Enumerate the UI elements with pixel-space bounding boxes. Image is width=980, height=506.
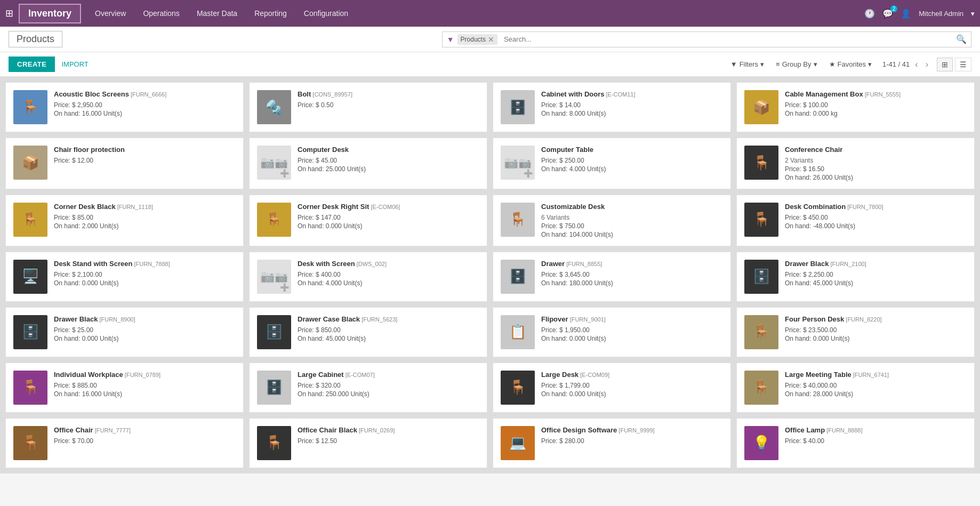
chat-icon[interactable]: 💬 2 [882, 9, 893, 19]
clock-icon[interactable]: 🕐 [864, 9, 875, 19]
product-name: Desk Stand with Screen [FURN_7888] [54, 260, 236, 269]
product-stock: On hand: 28.000 Unit(s) [785, 390, 967, 398]
product-info: Drawer Case Black [FURN_5623] Price: $ 8… [298, 315, 479, 342]
product-info: Bolt [CONS_89957] Price: $ 0.50 [298, 90, 479, 110]
product-card[interactable]: 🗄️ Drawer [FURN_8855] Price: $ 3,645.00 … [493, 252, 731, 302]
user-avatar[interactable]: 👤 [901, 9, 911, 19]
search-button[interactable]: 🔍 [956, 34, 967, 44]
product-card[interactable]: 🪑 Individual Workplace [FURN_0789] Price… [5, 363, 244, 413]
product-image: 🪑 [501, 203, 535, 237]
product-code: [FURN_2100] [829, 261, 866, 267]
product-card[interactable]: 🪑 Conference Chair 2 Variants Price: $ 1… [736, 138, 975, 189]
product-card[interactable]: 📷 ➕ Computer Table Price: $ 250.00 On ha… [493, 138, 731, 189]
apps-icon[interactable]: ⊞ [5, 7, 13, 19]
product-price: Price: $ 250.00 [541, 157, 723, 164]
product-card[interactable]: 🪑 Office Chair Black [FURN_0269] Price: … [249, 418, 487, 468]
product-image: 💡 [744, 426, 778, 460]
product-name: Desk with Screen [DWS_002] [298, 260, 479, 269]
product-price: Price: $ 2,100.00 [54, 271, 236, 278]
product-stock: On hand: 0.000 Unit(s) [541, 390, 723, 398]
product-card[interactable]: 🪑 Four Person Desk [FURN_8220] Price: $ … [736, 307, 975, 357]
product-stock: On hand: -48.000 Unit(s) [785, 222, 967, 230]
product-variants: 6 Variants [541, 214, 723, 221]
nav-master-data[interactable]: Master Data [194, 7, 240, 20]
filter-funnel-icon: ▼ [447, 35, 454, 44]
product-name: Office Lamp [FURN_8888] [785, 426, 967, 435]
product-stock: On hand: 16.000 Unit(s) [54, 390, 236, 398]
product-card[interactable]: 🪑 Corner Desk Right Sit [E-COM06] Price:… [249, 195, 487, 246]
product-image: 🗄️ [501, 90, 535, 124]
nav-reporting[interactable]: Reporting [251, 7, 290, 20]
search-filter-tag[interactable]: Products ✕ [457, 34, 497, 45]
product-card[interactable]: 🪑 Corner Desk Black [FURN_1118] Price: $… [5, 195, 244, 246]
product-info: Corner Desk Right Sit [E-COM06] Price: $… [298, 203, 479, 230]
product-card[interactable]: 📋 Flipover [FURN_9001] Price: $ 1,950.00… [493, 307, 731, 357]
product-info: Office Chair [FURN_7777] Price: $ 70.00 [54, 426, 236, 446]
product-card[interactable]: 🪑 Large Desk [E-COM09] Price: $ 1,799.00… [493, 363, 731, 413]
app-title[interactable]: Inventory [19, 4, 81, 23]
product-card[interactable]: 🪑 Large Meeting Table [FURN_6741] Price:… [736, 363, 975, 413]
product-image: 🗄️ [257, 371, 291, 405]
product-code: [FURN_8888] [825, 427, 862, 433]
nav-operations[interactable]: Operations [140, 7, 182, 20]
import-button[interactable]: IMPORT [61, 60, 88, 68]
nav-configuration[interactable]: Configuration [301, 7, 351, 20]
product-name: Acoustic Bloc Screens [FURN_6666] [54, 90, 236, 99]
next-page-button[interactable]: › [923, 59, 930, 70]
prev-page-button[interactable]: ‹ [913, 59, 920, 70]
product-card[interactable]: 📦 Chair floor protection Price: $ 12.00 [5, 138, 244, 189]
product-info: Corner Desk Black [FURN_1118] Price: $ 8… [54, 203, 236, 230]
product-price: Price: $ 14.00 [541, 101, 723, 109]
product-stock: On hand: 0.000 kg [785, 110, 967, 117]
product-card[interactable]: 💡 Office Lamp [FURN_8888] Price: $ 40.00 [736, 418, 975, 468]
product-card[interactable]: 🪑 Acoustic Bloc Screens [FURN_6666] Pric… [5, 82, 244, 132]
product-price: Price: $ 850.00 [298, 326, 479, 334]
product-card[interactable]: 💻 Office Design Software [FURN_9999] Pri… [493, 418, 731, 468]
create-button[interactable]: CREATE [9, 57, 55, 72]
remove-filter-icon[interactable]: ✕ [488, 35, 494, 44]
product-name: Office Design Software [FURN_9999] [541, 426, 723, 435]
user-dropdown-icon[interactable]: ▾ [971, 10, 975, 18]
product-card[interactable]: 🖥️ Desk Stand with Screen [FURN_7888] Pr… [5, 252, 244, 302]
product-price: Price: $ 2,250.00 [785, 271, 967, 278]
filter-tag-label: Products [461, 36, 486, 43]
product-price: Price: $ 885.00 [54, 382, 236, 389]
product-info: Large Desk [E-COM09] Price: $ 1,799.00 O… [541, 371, 723, 398]
product-name: Cabinet with Doors [E-COM11] [541, 90, 723, 99]
product-code: [FURN_0269] [357, 427, 395, 433]
product-code: [FURN_7800] [846, 204, 883, 210]
product-card[interactable]: 🪑 Desk Combination [FURN_7800] Price: $ … [736, 195, 975, 246]
groupby-button[interactable]: ≡ Group By ▾ [772, 58, 822, 70]
groupby-icon: ≡ [776, 60, 780, 68]
filters-button[interactable]: ▼ Filters ▾ [726, 58, 768, 70]
user-name[interactable]: Mitchell Admin [919, 10, 963, 18]
product-image: 📷 ➕ [501, 146, 535, 180]
product-name: Chair floor protection [54, 146, 236, 155]
star-icon: ★ [829, 60, 836, 68]
nav-overview[interactable]: Overview [92, 7, 129, 20]
product-code: [FURN_0789] [123, 372, 160, 378]
nav-items: Overview Operations Master Data Reportin… [92, 7, 864, 20]
product-card[interactable]: 🔩 Bolt [CONS_89957] Price: $ 0.50 [249, 82, 487, 132]
grid-view-button[interactable]: ⊞ [937, 58, 953, 71]
product-name: Computer Desk [298, 146, 479, 155]
product-stock: On hand: 2.000 Unit(s) [54, 222, 236, 230]
product-info: Cabinet with Doors [E-COM11] Price: $ 14… [541, 90, 723, 117]
product-card[interactable]: 🪑 Customizable Desk 6 Variants Price: $ … [493, 195, 731, 246]
product-card[interactable]: 🪑 Office Chair [FURN_7777] Price: $ 70.0… [5, 418, 244, 468]
product-card[interactable]: 📷 ➕ Desk with Screen [DWS_002] Price: $ … [249, 252, 487, 302]
product-price: Price: $ 25.00 [54, 326, 236, 334]
product-card[interactable]: 🗄️ Drawer Case Black [FURN_5623] Price: … [249, 307, 487, 357]
product-card[interactable]: 📷 ➕ Computer Desk Price: $ 45.00 On hand… [249, 138, 487, 189]
product-stock: On hand: 0.000 Unit(s) [541, 335, 723, 342]
product-code: [FURN_6741] [852, 372, 889, 378]
product-price: Price: $ 12.50 [298, 437, 479, 445]
product-card[interactable]: 🗄️ Large Cabinet [E-COM07] Price: $ 320.… [249, 363, 487, 413]
list-view-button[interactable]: ☰ [955, 58, 971, 71]
product-card[interactable]: 🗄️ Drawer Black [FURN_8900] Price: $ 25.… [5, 307, 244, 357]
search-input[interactable] [501, 34, 953, 44]
favorites-button[interactable]: ★ Favorites ▾ [825, 58, 876, 70]
product-card[interactable]: 🗄️ Cabinet with Doors [E-COM11] Price: $… [493, 82, 731, 132]
product-card[interactable]: 🗄️ Drawer Black [FURN_2100] Price: $ 2,2… [736, 252, 975, 302]
product-card[interactable]: 📦 Cable Management Box [FURN_5555] Price… [736, 82, 975, 132]
